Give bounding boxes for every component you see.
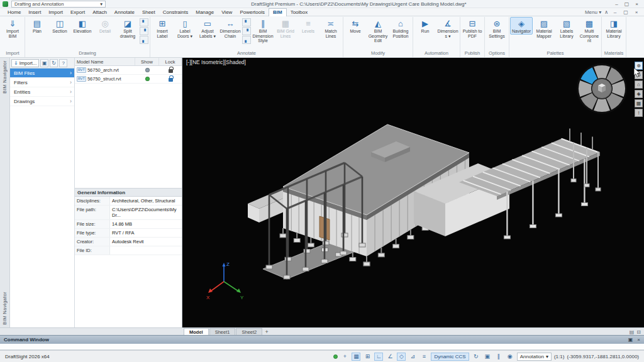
ribbon-button-plan[interactable]: ▤ Plan [26, 17, 48, 35]
bim-navigator-tab-bottom[interactable]: BIM Navigator [2, 292, 8, 325]
dynamic-ccs-toggle[interactable]: Dynamic CCS [431, 353, 469, 361]
tab-sheet2[interactable]: Sheet2 [236, 328, 262, 335]
menu-item-home[interactable]: Home [4, 8, 25, 16]
help-button[interactable]: ? [59, 59, 67, 67]
units-icon[interactable]: ▣ [483, 353, 492, 361]
minimize-button[interactable]: – [612, 1, 621, 8]
dock-icon[interactable]: ▣ [628, 337, 633, 343]
ribbon-button-labels-library[interactable]: ▧ Labels Library [555, 17, 578, 39]
doc-close-button[interactable]: × [633, 9, 640, 15]
show-toggle-dot[interactable] [145, 68, 150, 72]
column-show[interactable]: Show [135, 58, 159, 65]
ribbon-button-material-library[interactable]: ◨ Material Library [602, 17, 625, 39]
viewport-label[interactable]: [-][NE Isometric][Shaded] [186, 59, 246, 65]
parallel-icon[interactable]: ∥ [494, 353, 503, 361]
menu-dropdown[interactable]: Menu ▾ [585, 9, 601, 15]
ribbon-button-dimensions[interactable]: ∡ Dimensions ▾ [436, 17, 459, 39]
command-input[interactable] [0, 344, 644, 350]
annotate-mini-tool-3[interactable]: ▖ [242, 36, 251, 44]
menu-item-view[interactable]: View [218, 8, 236, 16]
drawing-mini-tool-3[interactable]: ▖ [140, 36, 148, 44]
menu-item-constraints[interactable]: Constraints [159, 8, 192, 16]
ribbon-button-bim-dimension-style[interactable]: ∥ BIM Dimension Style [252, 17, 274, 44]
annotation-scale-dropdown[interactable]: Annotation ▾ [517, 353, 552, 361]
doc-restore-button[interactable]: ▢ [622, 9, 630, 15]
home-view-button[interactable]: ⌂ [635, 80, 643, 89]
bim-navigator-side-strip[interactable]: BIM Navigator BIM Navigator [0, 58, 10, 327]
sheet-options-icon[interactable]: ⊟ [636, 329, 641, 335]
close-button[interactable]: × [632, 1, 641, 8]
ribbon-button-multi-component[interactable]: ▩ Multi Component [578, 17, 601, 44]
grid-view-button[interactable]: ▦ [635, 99, 643, 107]
etrack-icon[interactable]: ⊿ [408, 353, 417, 361]
drawing-mini-tool-2[interactable]: ▝ [140, 27, 148, 35]
menu-item-import[interactable]: Import [45, 8, 67, 16]
maximize-button[interactable]: ▢ [622, 1, 631, 8]
menu-item-annotate[interactable]: Annotate [111, 8, 138, 16]
collapse-ribbon-icon[interactable]: ∧ [604, 9, 608, 15]
add-sheet-button[interactable]: + [263, 328, 270, 335]
lock-icon[interactable] [169, 78, 173, 82]
sheet-list-icon[interactable]: ▤ [630, 329, 635, 335]
ribbon-button-split-drawing[interactable]: ◪ Split drawing [116, 17, 139, 39]
sidebar-item-entities[interactable]: Entities › [10, 87, 74, 97]
ribbon-button-bim-geometry-edit[interactable]: ◭ BIM Geometry Edit [367, 17, 389, 44]
ribbon-button-navigator[interactable]: ◈ Navigator [510, 17, 533, 35]
column-model-name[interactable]: Model Name [75, 58, 135, 65]
table-row[interactable]: RVT 56750_arch.rvt [75, 66, 182, 75]
polar-icon[interactable]: ∠ [386, 353, 394, 361]
lineweight-icon[interactable]: ≡ [419, 353, 428, 361]
drawing-mini-tool-1[interactable]: ▘ [140, 18, 148, 26]
tab-model[interactable]: Model [184, 328, 209, 335]
workspace-selector[interactable]: Drafting and Annotation ▾ [11, 1, 106, 8]
doc-minimize-button[interactable]: – [611, 9, 619, 15]
command-window-header[interactable]: Command Window ▣ × [0, 335, 644, 344]
ribbon-button-elevation[interactable]: ◧ Elevation [71, 17, 94, 35]
menu-item-insert[interactable]: Insert [25, 8, 45, 16]
ribbon-button-bim-settings[interactable]: ⊛ BIM Settings [486, 17, 508, 39]
snap-icon[interactable]: ⊞ [363, 353, 372, 361]
column-lock[interactable]: Lock [159, 58, 182, 65]
menu-item-sheet[interactable]: Sheet [138, 8, 159, 16]
paste-options-button[interactable]: ▣ [40, 59, 48, 67]
ribbon-button-building-position[interactable]: ⌂ Building Position [389, 17, 412, 39]
bim-navigator-tab-top[interactable]: BIM Navigator [2, 60, 8, 94]
import-button[interactable]: ⇓ Import... [11, 59, 39, 67]
ccs-icon[interactable]: ↻ [472, 353, 480, 361]
annotate-mini-tool-2[interactable]: ▝ [242, 27, 251, 35]
ribbon-button-adjust-labels[interactable]: ▭ Adjust Labels ▾ [196, 17, 219, 39]
ribbon-button-run[interactable]: ▶ Run [414, 17, 436, 35]
drawing-viewport[interactable]: [-][NE Isometric][Shaded] [182, 58, 644, 327]
pan-button[interactable]: ↕ [635, 109, 643, 117]
ribbon-button-material-mapper[interactable]: ▨ Material Mapper [533, 17, 555, 39]
ribbon-button-label-doors[interactable]: ▯ Label Doors ▾ [174, 17, 196, 39]
refresh-button[interactable]: ↻ [50, 59, 58, 67]
ribbon-button-bim-grid-lines[interactable]: ▦ BIM Grid Lines [274, 17, 297, 39]
pointer-icon[interactable]: + [340, 353, 349, 361]
ribbon-button-move[interactable]: ⇆ Move [344, 17, 367, 35]
close-panel-icon[interactable]: × [637, 337, 640, 343]
menu-item-export[interactable]: Export [67, 8, 89, 16]
ribbon-button-dimension-chain[interactable]: ↔ Dimension Chain [219, 17, 242, 39]
menu-item-manage[interactable]: Manage [192, 8, 218, 16]
sidebar-item-bim-files[interactable]: BIM Files › [10, 69, 74, 78]
annotate-mini-tool-1[interactable]: ▘ [242, 18, 251, 26]
ribbon-button-match-lines[interactable]: ≍ Match Lines [319, 17, 342, 39]
ribbon-button-levels[interactable]: ≡ Levels [297, 17, 319, 35]
table-row[interactable]: RVT 56750_struct.rvt [75, 75, 182, 84]
building-model[interactable] [182, 58, 644, 327]
tab-sheet1[interactable]: Sheet1 [209, 328, 236, 335]
navigation-wheel[interactable] [575, 62, 628, 116]
lock-icon[interactable] [169, 69, 173, 73]
ribbon-button-publish-to-pdf[interactable]: ⊟ Publish to PDF [461, 17, 484, 39]
ortho-icon[interactable]: ∟ [374, 353, 383, 361]
sidebar-item-drawings[interactable]: Drawings › [10, 97, 74, 106]
ribbon-button-import-bim[interactable]: ⇓ Import BIM [1, 17, 24, 39]
target-icon[interactable]: ◉ [506, 353, 514, 361]
menu-item-toolbox[interactable]: Toolbox [287, 8, 312, 16]
esnap-icon[interactable]: ◇ [397, 353, 406, 361]
orbit-button[interactable]: ◈ [635, 90, 643, 98]
menu-item-bim[interactable]: BIM [269, 8, 287, 16]
sidebar-item-filters[interactable]: Filters › [10, 78, 74, 87]
menu-item-attach[interactable]: Attach [89, 8, 111, 16]
